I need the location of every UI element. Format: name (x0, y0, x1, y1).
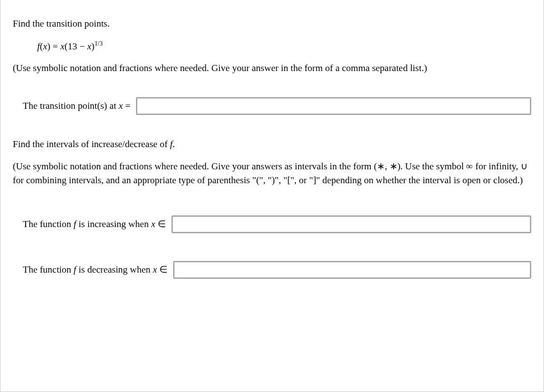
q2-hint: (Use symbolic notation and fractions whe… (13, 159, 531, 188)
q1-label-pre: The transition point(s) at (23, 100, 119, 111)
q1-prompt: Find the transition points. (13, 17, 531, 31)
q1-answer-row: The transition point(s) at x = (23, 97, 531, 115)
formula-eq: ) = (47, 41, 61, 51)
q1-answer-label: The transition point(s) at x = (23, 99, 130, 113)
q2-prompt-pre: Find the intervals of increase/decrease … (13, 139, 170, 149)
decreasing-interval-input[interactable] (173, 261, 531, 279)
formula-exp: 1/3 (94, 40, 103, 47)
inc-post: is increasing when (76, 219, 151, 229)
q2-prompt-post: . (173, 139, 175, 149)
dec-post: is decreasing when (76, 264, 153, 275)
q2-decreasing-row: The function f is decreasing when x ∈ (23, 261, 531, 279)
formula-x: x (43, 41, 47, 51)
inc-pre: The function (23, 219, 74, 229)
inc-var: x (151, 219, 155, 229)
formula-rhs-open: (13 − (64, 41, 87, 51)
transition-points-input[interactable] (136, 97, 531, 115)
q2-increasing-label: The function f is increasing when x ∈ (23, 217, 166, 232)
dec-pre: The function (23, 264, 74, 275)
inc-in: ∈ (155, 219, 166, 229)
q1-label-post: = (123, 100, 130, 111)
formula-rhs-x2: x (87, 41, 92, 51)
q2-decreasing-label: The function f is decreasing when x ∈ (23, 263, 168, 277)
dec-var: x (153, 264, 157, 275)
q1-formula: f(x) = x(13 − x)1/3 (37, 39, 531, 53)
question-container: Find the transition points. f(x) = x(13 … (0, 0, 544, 392)
increasing-interval-input[interactable] (172, 215, 531, 233)
q2-increasing-row: The function f is increasing when x ∈ (23, 215, 531, 233)
dec-in: ∈ (157, 264, 168, 275)
q1-hint: (Use symbolic notation and fractions whe… (13, 61, 531, 76)
q2-prompt: Find the intervals of increase/decrease … (13, 137, 531, 152)
